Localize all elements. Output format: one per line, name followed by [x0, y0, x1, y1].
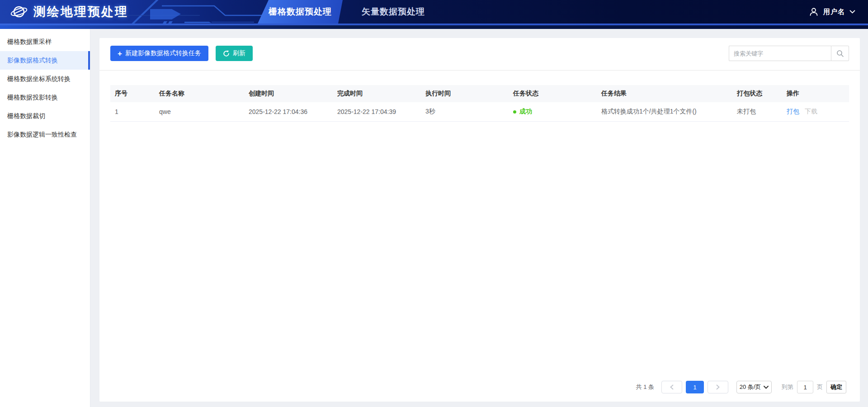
- cell-finished-time: 2025-12-22 17:04:39: [333, 102, 421, 122]
- header-lower-band: [0, 25, 868, 29]
- refresh-button[interactable]: 刷新: [216, 46, 253, 61]
- user-icon: [809, 7, 819, 17]
- chevron-right-icon: [716, 384, 720, 390]
- col-actions: 操作: [782, 85, 849, 102]
- refresh-icon: [223, 50, 230, 57]
- globe-logo-icon: [10, 3, 28, 21]
- tab-raster-preprocess[interactable]: 栅格数据预处理: [258, 0, 343, 24]
- col-result: 任务结果: [597, 85, 732, 102]
- sidebar-item-raster-clip[interactable]: 栅格数据裁切: [0, 107, 90, 125]
- col-finished-time: 完成时间: [333, 85, 421, 102]
- tab-vector-preprocess[interactable]: 矢量数据预处理: [355, 0, 432, 24]
- sidebar: 栅格数据重采样 影像数据格式转换 栅格数据坐标系统转换 栅格数据投影转换 栅格数…: [0, 29, 90, 407]
- col-duration: 执行时间: [421, 85, 509, 102]
- next-page-button[interactable]: [708, 381, 728, 393]
- plus-icon: +: [118, 50, 122, 57]
- chevron-down-icon: [764, 386, 769, 389]
- status-text: 成功: [519, 108, 532, 116]
- cell-created-time: 2025-12-22 17:04:36: [244, 102, 333, 122]
- new-task-label: 新建影像数据格式转换任务: [125, 49, 201, 57]
- empty-space: [99, 122, 860, 381]
- chevron-down-icon: [849, 10, 855, 14]
- sidebar-item-raster-resample[interactable]: 栅格数据重采样: [0, 33, 90, 51]
- app-header: 测绘地理预处理 栅格数据预处理 矢量数据预处理 用户名: [0, 0, 868, 29]
- cell-actions: 打包下载: [782, 102, 849, 122]
- pack-link[interactable]: 打包: [787, 108, 799, 115]
- pagination: 共 1 条 1 20 条/页: [99, 381, 860, 402]
- sidebar-item-image-logic-check[interactable]: 影像数据逻辑一致性检查: [0, 125, 90, 144]
- toolbar: + 新建影像数据格式转换任务 刷新: [99, 38, 860, 71]
- cell-index: 1: [110, 102, 155, 122]
- col-index: 序号: [110, 85, 155, 102]
- chevron-left-icon: [670, 384, 674, 390]
- cell-result: 格式转换成功1个/共处理1个文件(): [597, 102, 732, 122]
- refresh-label: 刷新: [233, 49, 245, 57]
- search-button[interactable]: [831, 46, 849, 61]
- circuit-decoration: [118, 0, 263, 24]
- content-card: + 新建影像数据格式转换任务 刷新: [99, 38, 860, 402]
- col-task-name: 任务名称: [155, 85, 244, 102]
- search-icon: [836, 50, 844, 57]
- sidebar-item-image-format-convert[interactable]: 影像数据格式转换: [0, 51, 90, 70]
- status-dot-icon: [513, 110, 516, 114]
- task-table: 序号 任务名称 创建时间 完成时间 执行时间 任务状态 任务结果 打包状态 操作: [110, 85, 849, 122]
- user-menu[interactable]: 用户名: [809, 0, 855, 24]
- cell-pack-status: 未打包: [732, 102, 782, 122]
- prev-page-button[interactable]: [661, 381, 682, 393]
- col-status: 任务状态: [509, 85, 597, 102]
- col-created-time: 创建时间: [244, 85, 333, 102]
- page-number-button[interactable]: 1: [686, 381, 704, 393]
- app-logo: 测绘地理预处理: [10, 0, 128, 24]
- app-title: 测绘地理预处理: [33, 4, 128, 20]
- sidebar-item-raster-coordsys-convert[interactable]: 栅格数据坐标系统转换: [0, 70, 90, 88]
- download-link[interactable]: 下载: [805, 108, 817, 115]
- cell-duration: 3秒: [421, 102, 509, 122]
- confirm-button[interactable]: 确定: [826, 381, 846, 393]
- total-count-label: 共 1 条: [636, 383, 654, 391]
- search-input[interactable]: [729, 46, 831, 61]
- page-size-select[interactable]: 20 条/页: [736, 381, 772, 393]
- task-table-wrap: 序号 任务名称 创建时间 完成时间 执行时间 任务状态 任务结果 打包状态 操作: [99, 85, 860, 122]
- sidebar-item-raster-projection-convert[interactable]: 栅格数据投影转换: [0, 88, 90, 107]
- goto-page-suffix: 页: [817, 383, 823, 391]
- search-group: [729, 46, 849, 61]
- main-area: + 新建影像数据格式转换任务 刷新: [90, 29, 868, 407]
- user-name: 用户名: [823, 8, 845, 16]
- col-pack-status: 打包状态: [732, 85, 782, 102]
- table-row: 1 qwe 2025-12-22 17:04:36 2025-12-22 17:…: [110, 102, 849, 122]
- page-size-label: 20 条/页: [740, 383, 761, 391]
- goto-page-input[interactable]: [797, 381, 813, 393]
- cell-task-name: qwe: [155, 102, 244, 122]
- tab-raster-label: 栅格数据预处理: [269, 6, 332, 18]
- new-task-button[interactable]: + 新建影像数据格式转换任务: [110, 46, 208, 61]
- table-header-row: 序号 任务名称 创建时间 完成时间 执行时间 任务状态 任务结果 打包状态 操作: [110, 85, 849, 102]
- tab-vector-label: 矢量数据预处理: [362, 6, 425, 18]
- goto-page-prefix: 到第: [782, 383, 793, 391]
- cell-status: 成功: [509, 102, 597, 122]
